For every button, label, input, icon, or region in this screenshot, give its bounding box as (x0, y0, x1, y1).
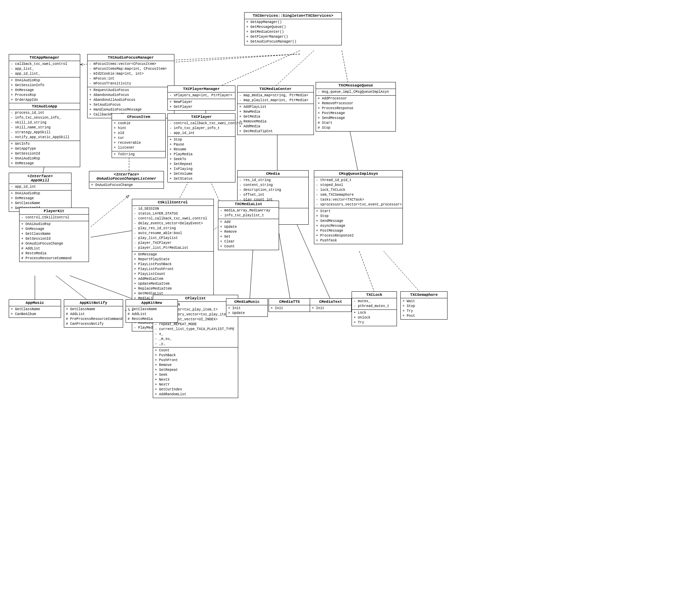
txcmedialist-methods: + Add + Update + Remove + Get + Clear + … (218, 219, 279, 250)
svg-line-17 (277, 223, 291, 305)
txcclock-box: TXCLock - mutex_ - pthread_mutex_t + Loc… (352, 291, 397, 326)
txcmediacenter-title: TXCMediaCenter (238, 86, 314, 92)
svg-line-22 (91, 195, 129, 227)
appmusic-title: AppMusic (9, 300, 61, 306)
txcplayer-title: TXCPlayer (168, 114, 235, 120)
txcmessagequeue-box: TXCMessageQueue - msg_queue_impl_CMsgQue… (316, 82, 396, 132)
txcplayermanager-box: TXCPlayerManager - vPlayers_map<int, Ptr… (167, 85, 235, 111)
cmsgqueueimplasyn-methods: + Start + Stop + SendMessage + AsyncMess… (314, 208, 402, 244)
txcmessagequeue-title: TXCMessageQueue (316, 82, 396, 89)
ellipsis: ... (124, 306, 134, 313)
cmsgqueueimplasyn-attrs: - thread_id_pid_t - stoped_bool - lock_T… (314, 177, 402, 208)
appmusic-methods: + GetClassName + CanBeAlbum (9, 306, 61, 317)
cmediamusic-methods: + Init + Update (226, 305, 268, 316)
txcsemaphore-box: TXCSemaphore + Wait + Stop + Try + Post (400, 291, 447, 320)
appkitnew-title: AppKitNew (126, 300, 178, 306)
appkitnotify-title: AppKitNotify (64, 300, 123, 306)
cfocusitem-methods: + ToString (112, 151, 165, 158)
txcmediacenter-box: TXCMediaCenter - map_media_map<string, P… (237, 85, 314, 135)
txcplayer-methods: + Stop + Pause + Resume + PlayMedia + Se… (168, 137, 235, 182)
appkitnotify-methods: + GetClassName # AddList # PreProcessRes… (64, 306, 123, 327)
txcplayermanager-attrs: - vPlayers_map<int, PtrPlayer> (168, 92, 235, 99)
txcappmanager-box: TXCAppManager - callback_txc_xwei_contro… (9, 54, 80, 109)
txcsemaphore-title: TXCSemaphore (401, 292, 447, 298)
playerkit-box: PlayerKit - control_CSkillControl + OnAi… (19, 208, 89, 262)
cskillcontrol-title: CSkillControl (132, 199, 213, 206)
txcplayermanager-methods: + NewPlayer + GetPlayer (168, 99, 235, 110)
interface-appskill-attrs: - app_id_int (9, 184, 71, 190)
cmsgqueueimplasyn-title: CMsgQueueImplAsyn (314, 171, 402, 177)
appkitnotify-box: AppKitNotify + GetClassName # AddList # … (64, 299, 123, 328)
txcmediacenter-attrs: - map_media_map<string, PtrMedia> - map_… (238, 92, 314, 104)
txcplayermanager-title: TXCPlayerManager (168, 86, 235, 92)
txcclock-methods: + Lock + Unlock + Try (352, 310, 397, 326)
txcappmanager-title: TXCAppManager (9, 54, 80, 61)
cfocusitem-title: CFocusItem (112, 114, 165, 120)
playerkit-methods: + OnAiAudioRsp + OnMessage + GetClassNam… (20, 221, 89, 262)
txcclock-title: TXCLock (352, 292, 397, 298)
appmusic-box: AppMusic + GetClassName + CanBeAlbum (9, 299, 61, 318)
txcplayer-attrs: - control_callback_txc_xwei_control - in… (168, 120, 235, 137)
cmediamusic-box: CMediaMusic + Init + Update (226, 298, 268, 317)
cplaylist-methods: + Count + PushBack + PushFront + Remove … (153, 347, 238, 398)
cfocusitem-box: CFocusItem + cookie + hint + old + cur +… (112, 113, 166, 158)
cmediamusic-title: CMediaMusic (226, 299, 268, 305)
interface-onaudiofocuschangelistener-methods: + OnAudioFocusChange (89, 182, 164, 188)
txcservices-title: TXCServices::Singleton<TXCServices> (244, 13, 341, 19)
txcclock-attrs: - mutex_ - pthread_mutex_t (352, 298, 397, 310)
txcmedialist-attrs: - media_array_MediaArray - info_txc_play… (218, 208, 279, 219)
txcmessagequeue-attrs: - msg_queue_impl_CMsgQueueImplAsyn (316, 89, 396, 96)
cskillcontrol-attrs: - id_SESSION - status_LAYER_STATUS - con… (132, 206, 213, 252)
playerkit-title: PlayerKit (20, 208, 89, 215)
txcmedialist-title: TXCMediaList (218, 201, 279, 208)
txcservices-box: TXCServices::Singleton<TXCServices> + Ge… (244, 12, 342, 45)
interface-onaudiofocuschangelistener-title: <Interface>OnAudioFocusChangeListener (89, 171, 164, 182)
cmsgqueueimplasyn-box: CMsgQueueImplAsyn - thread_id_pid_t - st… (314, 170, 403, 244)
cmedia-title: CMedia (238, 171, 308, 177)
txcmedialist-box: TXCMediaList - media_array_MediaArray - … (218, 201, 279, 250)
playerkit-attrs: - control_CSkillControl (20, 215, 89, 221)
cmediatext-box: CMediaText + Init (310, 298, 352, 312)
svg-line-23 (91, 230, 134, 237)
txcmessagequeue-methods: + AddProcessor + RemoveProcessor + Proce… (316, 96, 396, 131)
cfocusitem-attrs: + cookie + hint + old + cur + recoverabl… (112, 120, 165, 151)
txcservices-methods: + GetAppManager() + GetMessageQueue() + … (244, 19, 341, 45)
txcaudiofocusmanager-attrs: - mFocusItems:vector<CFocusItem> - mFocu… (88, 61, 174, 87)
interface-appskill-box: <Interface>AppSkill - app_id_int + OnAiA… (9, 173, 71, 212)
txcsemaphore-methods: + Wait + Stop + Try + Post (401, 298, 447, 319)
cmediatts-title: CMediaTTS (269, 299, 310, 305)
txcaudiofocusmanager-box: TXCAudioFocusManager - mFocusItems:vecto… (87, 54, 174, 118)
interface-onaudiofocuschangelistener-box: <Interface>OnAudioFocusChangeListener + … (89, 171, 164, 189)
txcaudioapp-methods: + GetInfo + GetAppType + GetSessionId + … (9, 141, 80, 167)
txcaudioapp-title: TXCAudioApp (9, 103, 80, 110)
interface-appskill-title: <Interface>AppSkill (9, 173, 71, 184)
txcappmanager-attrs: - callback_txc_xwei_control - app_list_ … (9, 61, 80, 77)
cmediatts-box: CMediaTTS + Init (269, 298, 310, 312)
cmediatext-methods: + Init (310, 305, 351, 312)
diagram-container: ... TXCServices::Singleton<TXCServices> … (0, 0, 700, 598)
txcaudiofocusmanager-title: TXCAudioFocusManager (88, 54, 174, 61)
txcaudioapp-box: TXCAudioApp - process_id_int - info_txc_… (9, 103, 80, 167)
txcmediacenter-methods: + AddPlayList + NewMedia + GetMedia + Re… (238, 104, 314, 135)
cmediatext-title: CMediaText (310, 299, 351, 305)
txcplayer-box: TXCPlayer - control_callback_txc_xwei_co… (167, 113, 235, 182)
cmediatts-methods: + Init (269, 305, 310, 312)
txcaudioapp-attrs: - process_id_int - info_txc_session_info… (9, 110, 80, 141)
